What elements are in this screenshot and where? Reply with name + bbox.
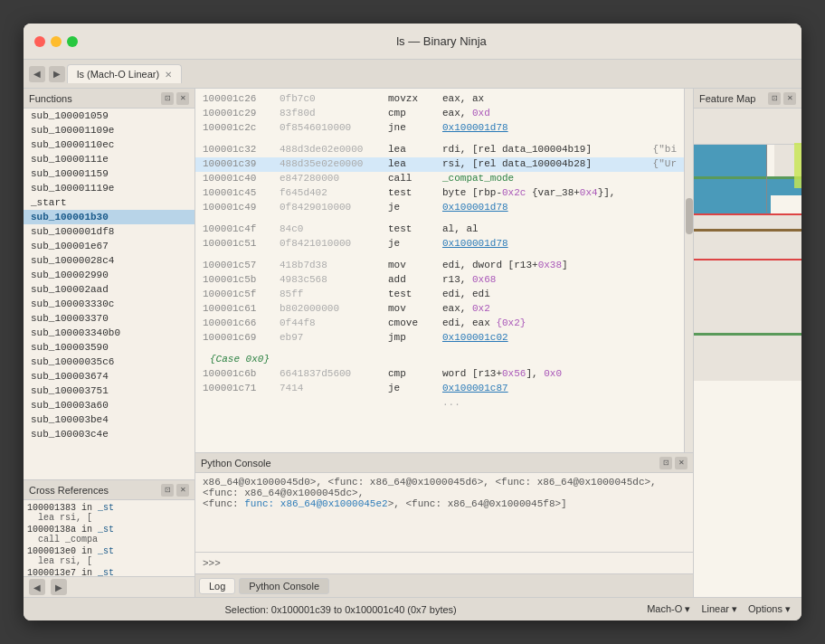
title-bar: ls — Binary Ninja bbox=[24, 24, 801, 60]
function-item[interactable]: sub_100003370 bbox=[24, 311, 194, 326]
cross-refs-icon-btn-1[interactable]: ⊡ bbox=[161, 484, 174, 497]
close-button[interactable] bbox=[34, 36, 45, 47]
function-item[interactable]: sub_10000111e bbox=[24, 152, 194, 166]
functions-icon-btn-1[interactable]: ⊡ bbox=[161, 92, 174, 105]
function-item[interactable]: sub_100003751 bbox=[24, 384, 194, 398]
function-item[interactable]: sub_100003674 bbox=[24, 369, 194, 384]
disasm-row[interactable]: 100001c260fb7c0movzxeax, ax bbox=[195, 92, 684, 107]
console-output-text1: x86_64@0x1000045d0>, <func: x86_64@0x100… bbox=[203, 477, 657, 498]
disasm-row[interactable]: ... bbox=[195, 396, 684, 411]
disasm-row[interactable]: 100001c4f84c0testal, al bbox=[195, 223, 684, 237]
python-console-icon-1[interactable]: ⊡ bbox=[659, 457, 672, 469]
disasm-row[interactable]: 100001c717414je0x100001c87 bbox=[195, 382, 684, 396]
function-item[interactable]: sub_100001e67 bbox=[24, 239, 194, 253]
function-item[interactable]: sub_100001059 bbox=[24, 109, 194, 123]
disasm-row[interactable]: 100001c45f645d402testbyte [rbp-0x2c {var… bbox=[195, 186, 684, 201]
function-item[interactable]: sub_100001109e bbox=[24, 123, 194, 137]
maximize-button[interactable] bbox=[67, 36, 78, 47]
disasm-row[interactable]: 100001c5b4983c568addr13, 0x68 bbox=[195, 273, 684, 288]
fm-divider bbox=[766, 145, 767, 213]
xref-item[interactable]: 1000013e0 in _st lea rsi, [ bbox=[27, 545, 191, 567]
console-prompt: >>> bbox=[203, 558, 221, 569]
disasm-row[interactable] bbox=[195, 136, 684, 143]
fm-segment-1 bbox=[694, 109, 801, 145]
status-right: Mach-O ▾ Linear ▾ Options ▾ bbox=[647, 603, 791, 615]
tab-back-button[interactable]: ◀ bbox=[29, 66, 45, 82]
disasm-row[interactable]: 100001c2c0f8546010000jne0x100001d78 bbox=[195, 121, 684, 136]
disasm-row[interactable]: 100001c660f44f8cmoveedi, eax {0x2} bbox=[195, 317, 684, 331]
function-item[interactable]: sub_100003590 bbox=[24, 340, 194, 355]
python-console-tab-button[interactable]: Python Console bbox=[239, 578, 329, 594]
python-console: Python Console ⊡ ✕ x86_64@0x1000045d0>, … bbox=[195, 452, 693, 597]
cross-refs-panel: Cross References ⊡ ✕ 100001383 in _st le… bbox=[24, 479, 194, 597]
scroll-thumb[interactable] bbox=[686, 198, 693, 234]
feature-map-icon-2[interactable]: ✕ bbox=[783, 92, 796, 105]
cross-refs-header: Cross References ⊡ ✕ bbox=[24, 480, 194, 500]
disasm-row[interactable]: 100001c69eb97jmp0x100001c02 bbox=[195, 331, 684, 346]
function-item[interactable]: sub_100001159 bbox=[24, 166, 194, 181]
function-item[interactable]: sub_10000035c6 bbox=[24, 355, 194, 369]
function-item[interactable]: sub_100003be4 bbox=[24, 412, 194, 427]
console-input[interactable] bbox=[224, 557, 686, 569]
fm-segment-empty2 bbox=[694, 232, 801, 259]
console-output: x86_64@0x1000045d0>, <func: x86_64@0x100… bbox=[195, 473, 693, 552]
feature-map-label: Feature Map bbox=[699, 93, 755, 104]
xref-next-btn[interactable]: ▶ bbox=[51, 579, 67, 595]
cross-refs-header-icons: ⊡ ✕ bbox=[161, 484, 189, 497]
functions-panel-header: Functions ⊡ ✕ bbox=[24, 89, 194, 109]
function-item[interactable]: sub_100001119e bbox=[24, 181, 194, 195]
feature-map-icons: ⊡ ✕ bbox=[768, 92, 796, 105]
xref-item[interactable]: 10000138a in _st call _compa bbox=[27, 524, 191, 545]
tab-close-icon[interactable]: ✕ bbox=[165, 70, 172, 80]
disasm-row[interactable]: 100001c39488d35e02e0000learsi, [rel data… bbox=[195, 157, 684, 172]
function-item[interactable]: sub_100003340b0 bbox=[24, 326, 194, 340]
function-item[interactable]: sub_100001b30 bbox=[24, 210, 194, 224]
xref-item[interactable]: 100001383 in _st lea rsi, [ bbox=[27, 502, 191, 524]
xref-prev-btn[interactable]: ◀ bbox=[29, 579, 45, 595]
cross-refs-icon-btn-2[interactable]: ✕ bbox=[176, 484, 189, 497]
feature-map-panel: Feature Map ⊡ ✕ bbox=[693, 89, 801, 597]
log-tab-button[interactable]: Log bbox=[199, 578, 235, 594]
disasm-row[interactable]: 100001c57418b7d38movedi, dword [r13+0x38… bbox=[195, 259, 684, 273]
function-item[interactable]: sub_10000028c4 bbox=[24, 253, 194, 268]
console-input-row: >>> bbox=[195, 552, 693, 573]
console-output-link[interactable]: func: x86_64@0x1000045e2 bbox=[244, 498, 387, 509]
tab-ls[interactable]: ls (Mach-O Linear) ✕ bbox=[67, 64, 182, 83]
functions-icon-btn-2[interactable]: ✕ bbox=[176, 92, 189, 105]
status-arch-btn[interactable]: Mach-O ▾ bbox=[647, 603, 690, 615]
disasm-area[interactable]: 100001c260fb7c0movzxeax, ax100001c2983f8… bbox=[195, 89, 684, 452]
disasm-row[interactable]: 100001c2983f80dcmpeax, 0xd bbox=[195, 107, 684, 121]
status-view-btn[interactable]: Linear ▾ bbox=[701, 603, 737, 615]
function-item[interactable]: sub_100003a60 bbox=[24, 398, 194, 412]
disasm-row[interactable]: 100001c40e847280000call_compat_mode bbox=[195, 172, 684, 186]
xref-item[interactable]: 1000013e7 in _st call compa bbox=[27, 567, 191, 576]
disasm-row[interactable] bbox=[195, 346, 684, 353]
tab-forward-button[interactable]: ▶ bbox=[49, 66, 65, 82]
minimize-button[interactable] bbox=[51, 36, 62, 47]
python-console-icon-2[interactable]: ✕ bbox=[675, 457, 688, 469]
disasm-row[interactable]: 100001c61b802000000moveax, 0x2 bbox=[195, 302, 684, 317]
disasm-row[interactable]: 100001c510f8421010000je0x100001d78 bbox=[195, 237, 684, 251]
function-item[interactable]: sub_1000001df8 bbox=[24, 224, 194, 239]
disasm-row[interactable]: {Case 0x0} bbox=[195, 353, 684, 367]
disasm-row[interactable] bbox=[195, 251, 684, 259]
disasm-scrollbar[interactable] bbox=[684, 89, 693, 452]
disasm-row[interactable]: 100001c490f8429010000je0x100001d78 bbox=[195, 201, 684, 215]
disasm-row[interactable]: 100001c6b6641837d5600cmpword [r13+0x56],… bbox=[195, 367, 684, 382]
function-item[interactable]: sub_100002990 bbox=[24, 268, 194, 282]
function-item[interactable]: sub_100003330c bbox=[24, 297, 194, 311]
disasm-row[interactable]: 100001c32488d3de02e0000leardi, [rel data… bbox=[195, 143, 684, 157]
main-window: ls — Binary Ninja ◀ ▶ ls (Mach-O Linear)… bbox=[24, 24, 801, 620]
function-item[interactable]: sub_10000110ec bbox=[24, 137, 194, 152]
disasm-row[interactable] bbox=[195, 215, 684, 223]
function-item[interactable]: _start bbox=[24, 195, 194, 210]
fm-viewport-indicator[interactable] bbox=[794, 143, 801, 188]
status-options-btn[interactable]: Options ▾ bbox=[748, 603, 791, 615]
disasm-row[interactable]: 100001c5f85fftestedi, edi bbox=[195, 288, 684, 302]
traffic-lights bbox=[34, 36, 78, 47]
function-item[interactable]: sub_100002aad bbox=[24, 282, 194, 297]
functions-label: Functions bbox=[29, 93, 72, 104]
function-item[interactable]: sub_100003c4e bbox=[24, 427, 194, 441]
fm-segment-empty3 bbox=[694, 260, 801, 333]
feature-map-icon-1[interactable]: ⊡ bbox=[768, 92, 781, 105]
